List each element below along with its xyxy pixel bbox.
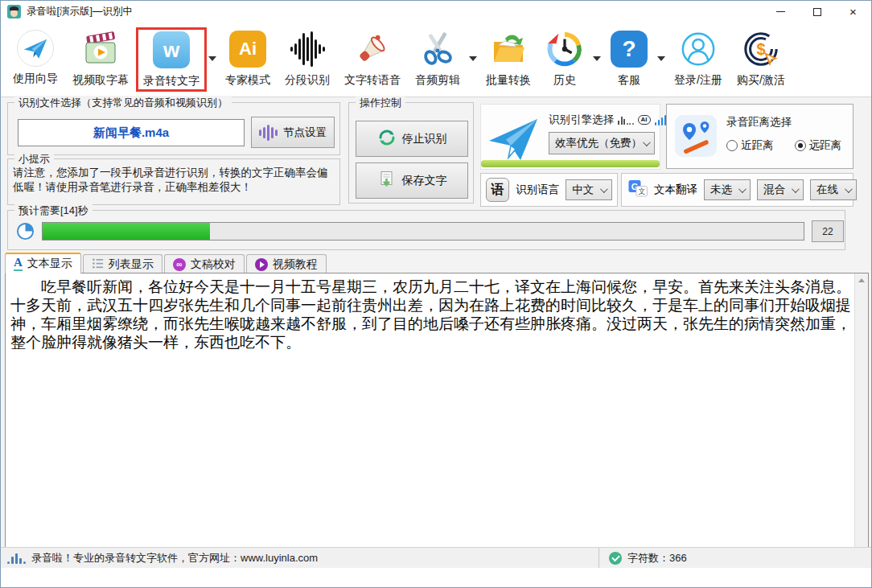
purple-waveform-icon xyxy=(259,125,278,141)
toolbar-item-expert-mode[interactable]: Ai 专家模式 xyxy=(218,27,278,90)
toolbar-label: 批量转换 xyxy=(486,73,531,88)
toolbar-item-audio-to-text[interactable]: w 录音转文字 xyxy=(136,27,207,92)
translate-online-value: 在线 xyxy=(816,183,838,197)
stop-recognition-button[interactable]: 停止识别 xyxy=(356,121,468,157)
translate-panel: G 文 文本翻译 未选 混合 在线 xyxy=(621,173,853,207)
history-clock-icon xyxy=(545,30,584,68)
toolbar-item-batch-convert[interactable]: 批量转换 xyxy=(479,27,538,90)
translate-mix-value: 混合 xyxy=(763,183,785,197)
map-pins-icon xyxy=(675,115,717,160)
toolbar-label: 登录/注册 xyxy=(674,73,722,88)
minimize-button[interactable] xyxy=(763,1,799,23)
ai-badge-icon: Ai xyxy=(228,30,267,68)
language-dropdown[interactable]: 中文 xyxy=(566,179,612,200)
toolbar-item-history[interactable]: 历史 xyxy=(538,27,591,90)
save-text-button[interactable]: 保存文字 xyxy=(356,162,468,199)
user-circle-icon xyxy=(679,30,718,68)
toolbar-label: 视频取字幕 xyxy=(72,73,129,88)
title-bar: 录音啦[演示版]—识别中 × xyxy=(1,1,871,23)
language-badge-icon[interactable]: 语 xyxy=(486,178,509,202)
toolbar-label: 分段识别 xyxy=(285,73,330,88)
megaphone-icon xyxy=(353,30,392,68)
language-panel: 语 识别语言 中文 xyxy=(480,173,618,207)
google-translate-icon: G 文 xyxy=(628,179,648,201)
main-toolbar: 使用向导 视频取字幕 w 录音转文字 Ai 专家模式 xyxy=(1,23,871,97)
distance-select-label: 录音距离选择 xyxy=(726,115,792,130)
language-selected-value: 中文 xyxy=(572,183,594,197)
signal-bars-icon xyxy=(655,114,667,125)
paper-plane-icon xyxy=(17,30,54,67)
chevron-down-icon xyxy=(845,185,853,193)
progress-bar xyxy=(42,222,804,241)
transcript-text[interactable]: 吃早餐听新闻，各位好今天是十一月十五号星期三，农历九月二十七，译文在上海问候您，… xyxy=(6,273,854,561)
support-dropdown-arrow-icon[interactable] xyxy=(656,56,667,61)
tab-video-tutorial[interactable]: 视频教程 xyxy=(246,254,327,273)
node-settings-button[interactable]: 节点设置 xyxy=(251,117,335,148)
radio-near-distance[interactable]: 近距离 xyxy=(726,138,774,153)
tab-list-display[interactable]: 列表显示 xyxy=(83,254,162,273)
maximize-icon xyxy=(813,8,821,16)
toolbar-item-login[interactable]: 登录/注册 xyxy=(667,27,730,90)
toolbar-label: 使用向导 xyxy=(13,72,58,86)
tab-proofread[interactable]: ∞ 文稿校对 xyxy=(164,254,245,273)
engine-select-label: 识别引擎选择 xyxy=(549,113,614,127)
toolbar-item-support[interactable]: ? 客服 xyxy=(603,27,656,90)
audio-to-text-dropdown-arrow-icon[interactable] xyxy=(207,56,218,61)
toolbar-item-text-to-speech[interactable]: 文字转语音 xyxy=(337,27,408,90)
save-document-icon xyxy=(377,170,397,191)
tab-label: 列表显示 xyxy=(109,257,154,272)
status-left-text: 录音啦！专业的录音转文字软件，官方网址：www.luyinla.com xyxy=(31,551,318,565)
w-badge-icon: w xyxy=(152,31,191,69)
operation-control-title: 操作控制 xyxy=(356,96,405,110)
radio-far-distance[interactable]: 远距离 xyxy=(795,138,842,153)
audio-clip-dropdown-arrow-icon[interactable] xyxy=(467,56,479,61)
chevron-down-icon xyxy=(738,185,747,193)
svg-text:文: 文 xyxy=(638,187,645,195)
toolbar-item-video-subtitle[interactable]: 视频取字幕 xyxy=(65,27,136,90)
progress-fill xyxy=(43,223,210,240)
engine-panel: 识别引擎选择 AI 效率优先（免费） xyxy=(480,104,660,170)
toolbar-label: 录音转文字 xyxy=(143,74,199,88)
check-cloud-icon xyxy=(609,552,622,565)
far-distance-label: 远距离 xyxy=(809,138,842,153)
mini-waveform-icon xyxy=(618,115,634,125)
status-bar: 录音啦！专业的录音转文字软件，官方网址：www.luyinla.com 字符数：… xyxy=(1,547,871,568)
scissors-icon xyxy=(418,30,457,68)
waveform-icon xyxy=(288,30,327,68)
tips-text: 请注意，您添加了一段手机录音进行识别，转换的文字正确率会偏低喔！请使用录音笔进行… xyxy=(13,166,336,195)
toolbar-label: 文字转语音 xyxy=(344,73,401,88)
toolbar-item-wizard[interactable]: 使用向导 xyxy=(6,27,65,88)
tips-groupbox: 小提示 请注意，您添加了一段手机录音进行识别，转换的文字正确率会偏低喔！请使用录… xyxy=(7,158,340,205)
translate-mode-dropdown[interactable]: 未选 xyxy=(704,179,751,200)
history-dropdown-arrow-icon[interactable] xyxy=(591,56,603,61)
scroll-up-arrow-icon[interactable] xyxy=(855,273,868,287)
progress-value-box: 22 xyxy=(812,220,844,242)
stats-bars-icon xyxy=(7,553,26,564)
view-tabs: A 文本显示 列表显示 ∞ 文稿校对 视频教程 xyxy=(5,253,328,273)
svg-text:$: $ xyxy=(756,40,765,58)
close-button[interactable]: × xyxy=(835,1,871,23)
operation-control-groupbox: 操作控制 停止识别 xyxy=(348,102,474,204)
engine-select-dropdown[interactable]: 效率优先（免费） xyxy=(549,132,655,154)
selected-file-name: 新闻早餐.m4a xyxy=(93,125,169,141)
dollar-target-icon: $ xyxy=(742,30,780,68)
translate-online-dropdown[interactable]: 在线 xyxy=(810,179,857,200)
node-settings-label: 节点设置 xyxy=(283,125,327,140)
folder-convert-icon xyxy=(489,30,528,68)
toolbar-item-segmented-recognition[interactable]: 分段识别 xyxy=(278,27,337,90)
vertical-scrollbar[interactable] xyxy=(854,273,868,561)
toolbar-item-purchase[interactable]: $ 购买/激活 xyxy=(730,27,792,90)
save-text-label: 保存文字 xyxy=(402,174,447,188)
maximize-button[interactable] xyxy=(799,1,835,23)
progress-title: 预计需要[14]秒 xyxy=(14,204,93,218)
selected-file-box[interactable]: 新闻早餐.m4a xyxy=(18,119,245,146)
tab-text-display[interactable]: A 文本显示 xyxy=(5,253,81,273)
transcript-editor[interactable]: 吃早餐听新闻，各位好今天是十一月十五号星期三，农历九月二十七，译文在上海问候您，… xyxy=(5,273,869,562)
tips-title: 小提示 xyxy=(14,152,54,167)
character-count: 字符数：366 xyxy=(627,551,687,565)
app-window: 录音啦[演示版]—识别中 × 使用向导 视频取字幕 w xyxy=(0,0,872,588)
file-select-groupbox: 识别文件选择（支持常见的音频和视频识别） 新闻早餐.m4a 节点设置 xyxy=(7,102,340,155)
toolbar-item-audio-clip[interactable]: 音频剪辑 xyxy=(408,27,467,90)
translate-mix-dropdown[interactable]: 混合 xyxy=(757,179,804,200)
clapperboard-icon xyxy=(81,30,120,68)
